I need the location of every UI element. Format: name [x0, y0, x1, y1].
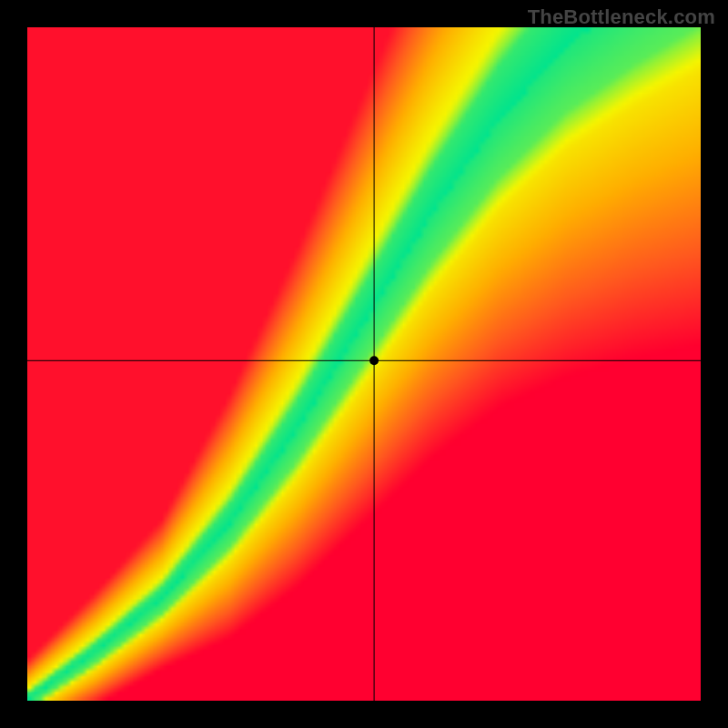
chart-frame: TheBottleneck.com — [0, 0, 728, 728]
watermark-text: TheBottleneck.com — [528, 5, 715, 29]
heatmap-canvas — [27, 27, 701, 701]
